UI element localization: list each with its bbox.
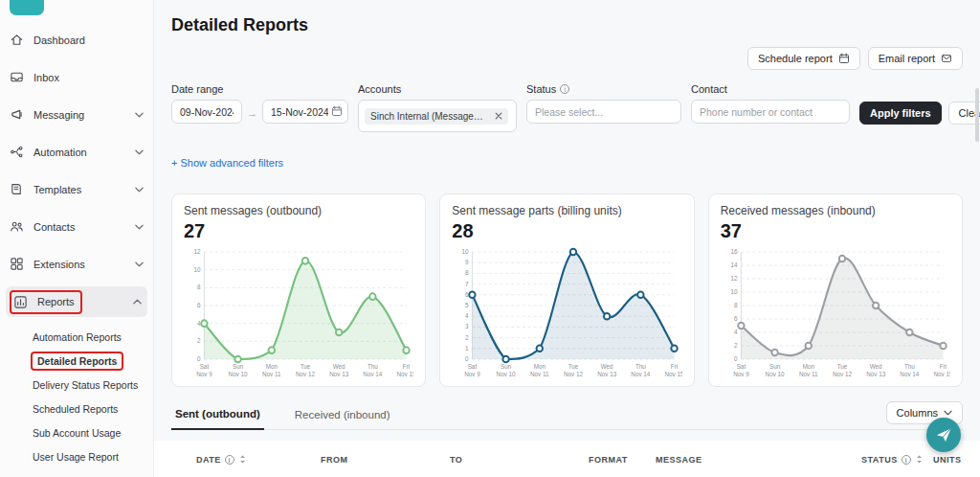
calendar-icon[interactable]	[331, 105, 343, 117]
svg-text:Nov 10: Nov 10	[497, 371, 516, 377]
svg-text:Nov 13: Nov 13	[329, 371, 348, 377]
sidebar-item-messaging[interactable]: Messaging	[0, 96, 153, 133]
main-content: Detailed Reports Schedule report Email r…	[154, 0, 980, 477]
chart-total: 37	[721, 220, 950, 242]
column-label: MESSAGE	[656, 455, 702, 465]
column-header-message[interactable]: MESSAGE	[656, 455, 861, 465]
show-advanced-filters-link[interactable]: + Show advanced filters	[171, 157, 283, 169]
status-select[interactable]	[526, 100, 681, 124]
svg-text:Thu: Thu	[904, 363, 915, 370]
schedule-report-button[interactable]: Schedule report	[747, 47, 860, 70]
send-message-fab[interactable]	[926, 418, 961, 452]
sidebar-item-detailed-reports[interactable]: Detailed Reports	[0, 349, 153, 373]
sub-item-label: Automation Reports	[33, 331, 122, 343]
column-header-format[interactable]: FORMAT	[589, 455, 656, 465]
status-group: Status	[526, 83, 681, 124]
svg-text:Nov 11: Nov 11	[530, 371, 549, 377]
sort-icon[interactable]	[915, 454, 924, 466]
svg-text:5: 5	[465, 302, 469, 308]
scrollbar[interactable]	[975, 88, 979, 142]
svg-text:4: 4	[734, 329, 738, 335]
column-header-units[interactable]: UNITS	[933, 455, 980, 465]
message-parts-chart: 012345678910SatNov 9SunNov 10MonNov 11Tu…	[452, 244, 681, 384]
sidebar-item-extensions[interactable]: Extensions	[0, 245, 153, 283]
tab-received-inbound[interactable]: Received (inbound)	[291, 401, 394, 429]
sidebar-item-reports[interactable]: Reports	[6, 286, 147, 317]
schedule-icon	[838, 53, 850, 64]
column-header-from[interactable]: FROM	[321, 455, 450, 465]
contact-input[interactable]	[691, 100, 850, 124]
dashboard-icon	[10, 33, 24, 47]
column-label: FROM	[321, 455, 348, 465]
chevron-up-icon	[133, 299, 142, 305]
sidebar-item-automation-reports[interactable]: Automation Reports	[0, 325, 153, 349]
info-icon[interactable]	[225, 455, 234, 465]
accounts-select[interactable]: Sinch Internal (MessageMedia ...	[358, 100, 517, 132]
sidebar: Dashboard Inbox Messaging Automation	[0, 0, 154, 477]
chart-card-received-messages: Received messages (inbound) 37 024681012…	[708, 193, 963, 387]
contact-label: Contact	[691, 83, 850, 95]
svg-text:Sun: Sun	[769, 363, 781, 370]
chart-total: 28	[452, 220, 681, 242]
tab-sent-outbound[interactable]: Sent (outbound)	[171, 400, 264, 430]
svg-text:0: 0	[197, 355, 201, 362]
info-icon[interactable]	[560, 84, 569, 94]
contact-group: Contact	[691, 83, 850, 124]
paper-plane-icon	[935, 426, 952, 443]
arrow-right-icon	[247, 103, 257, 121]
column-header-date[interactable]: DATE	[196, 454, 321, 466]
sub-item-label: User Usage Report	[33, 451, 119, 463]
column-header-status[interactable]: STATUS	[861, 454, 933, 466]
sub-item-label: Detailed Reports	[37, 355, 117, 367]
svg-text:Mon: Mon	[802, 363, 814, 370]
sub-item-label: Scheduled Reports	[33, 403, 118, 415]
page-title: Detailed Reports	[171, 15, 963, 35]
svg-text:10: 10	[462, 248, 469, 255]
column-label: FORMAT	[589, 455, 628, 465]
svg-text:Nov 14: Nov 14	[363, 371, 382, 377]
sidebar-item-scheduled-reports[interactable]: Scheduled Reports	[0, 397, 153, 420]
sidebar-item-label: Contacts	[33, 221, 75, 233]
svg-text:1: 1	[465, 345, 469, 352]
column-label: DATE	[196, 455, 221, 465]
sidebar-item-dashboard[interactable]: Dashboard	[0, 21, 153, 58]
date-start-input[interactable]	[171, 100, 242, 124]
info-icon[interactable]	[902, 455, 911, 465]
chart-title: Sent messages (outbound)	[184, 204, 413, 217]
svg-text:Nov 12: Nov 12	[833, 371, 852, 377]
chart-title: Received messages (inbound)	[721, 204, 950, 217]
svg-text:Sun: Sun	[501, 363, 512, 370]
sidebar-item-templates[interactable]: Templates	[0, 170, 153, 208]
sidebar-item-sub-account-usage[interactable]: Sub Account Usage	[0, 420, 153, 444]
chart-title: Sent message parts (billing units)	[452, 204, 681, 217]
chip-remove-icon[interactable]	[495, 111, 502, 122]
brand-logo[interactable]	[10, 0, 44, 15]
columns-button-label: Columns	[897, 407, 938, 419]
chart-card-message-parts: Sent message parts (billing units) 28 01…	[439, 193, 694, 387]
sidebar-item-delivery-status-reports[interactable]: Delivery Status Reports	[0, 373, 153, 397]
svg-text:Nov 11: Nov 11	[799, 371, 818, 377]
sidebar-item-automation[interactable]: Automation	[0, 133, 153, 170]
svg-text:2: 2	[734, 342, 738, 349]
chevron-down-icon	[135, 261, 144, 267]
email-report-button[interactable]: Email report	[868, 47, 963, 70]
column-label: TO	[450, 455, 462, 465]
svg-text:Thu: Thu	[635, 363, 646, 370]
sub-item-label: Delivery Status Reports	[33, 379, 138, 391]
svg-text:Nov 14: Nov 14	[900, 371, 919, 377]
svg-text:8: 8	[465, 269, 469, 276]
column-header-to[interactable]: TO	[450, 455, 589, 465]
sidebar-item-inbox[interactable]: Inbox	[0, 58, 153, 96]
sidebar-item-contacts[interactable]: Contacts	[0, 208, 153, 245]
filter-buttons: Apply filters Clear filters	[859, 102, 980, 125]
reports-subnav: Automation Reports Detailed Reports Deli…	[0, 325, 153, 468]
apply-filters-button[interactable]: Apply filters	[859, 102, 942, 125]
svg-text:Nov 11: Nov 11	[262, 371, 281, 377]
sidebar-item-user-usage-report[interactable]: User Usage Report	[0, 444, 153, 468]
sort-icon[interactable]	[238, 454, 247, 466]
sidebar-item-label: Reports	[37, 296, 75, 307]
column-label: UNITS	[933, 455, 962, 465]
svg-text:16: 16	[730, 248, 737, 255]
svg-text:Fri: Fri	[671, 363, 678, 370]
svg-text:6: 6	[734, 315, 738, 322]
